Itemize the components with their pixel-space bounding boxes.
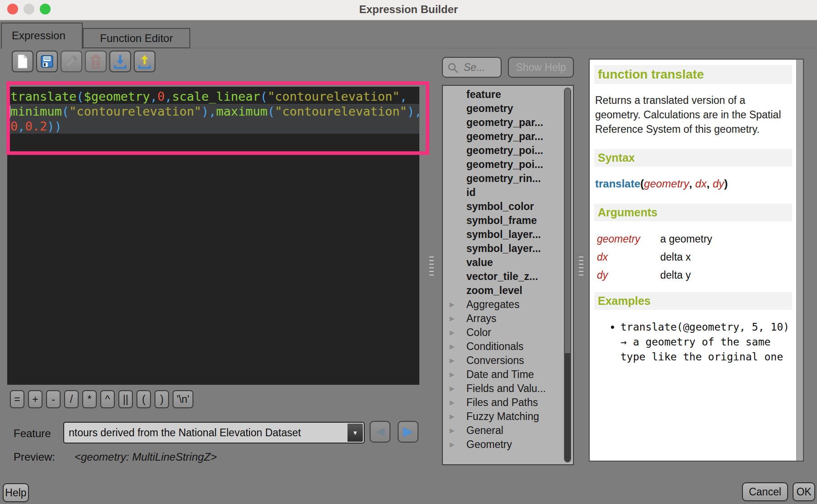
- operator-button[interactable]: (: [136, 390, 151, 408]
- expression-editor[interactable]: translate($geometry,0,scale_linear("cont…: [7, 87, 419, 385]
- tree-group[interactable]: ▶Conditionals: [443, 340, 573, 354]
- new-file-icon: [14, 53, 31, 70]
- tree-item[interactable]: geometry_poi...: [443, 158, 573, 172]
- ok-button[interactable]: OK: [793, 482, 815, 501]
- operator-button[interactable]: ): [155, 390, 169, 408]
- code-line: minimum("contourelevation"),maximum("con…: [7, 104, 419, 119]
- expander-icon[interactable]: ▶: [450, 312, 455, 326]
- argument-row: dydelta y: [597, 269, 791, 281]
- function-tree: featuregeometrygeometry_par...geometry_p…: [442, 85, 574, 465]
- tree-item[interactable]: symbol_color: [443, 200, 573, 214]
- argument-row: dxdelta x: [597, 251, 791, 263]
- function-help-panel: function translate Returns a translated …: [589, 59, 804, 462]
- feature-combobox[interactable]: ntours derived from the National Elevati…: [63, 422, 365, 443]
- examples-header: Examples: [594, 292, 792, 310]
- tree-item[interactable]: id: [443, 186, 573, 200]
- tree-item[interactable]: geometry_par...: [443, 116, 573, 130]
- tree-item[interactable]: geometry_poi...: [443, 144, 573, 158]
- export-expressions-button[interactable]: [134, 51, 155, 72]
- code-line: 0,0.2)): [7, 119, 419, 134]
- tree-group[interactable]: ▶Color: [443, 326, 573, 340]
- feature-combobox-value: ntours derived from the National Elevati…: [69, 423, 346, 443]
- expander-icon[interactable]: ▶: [450, 396, 455, 410]
- tree-group[interactable]: ▶Fuzzy Matching: [443, 410, 573, 424]
- help-scrollbar[interactable]: [796, 60, 803, 461]
- tree-group[interactable]: ▶Date and Time: [443, 368, 573, 382]
- tree-item[interactable]: vector_tile_z...: [443, 270, 573, 284]
- tree-item[interactable]: geometry: [443, 102, 573, 116]
- operator-button[interactable]: /: [64, 390, 79, 408]
- tab-function-editor[interactable]: Function Editor: [83, 28, 190, 48]
- trash-icon: [87, 53, 104, 70]
- tree-group[interactable]: ▶General: [443, 424, 573, 438]
- preview-value: <geometry: MultiLineStringZ>: [75, 451, 217, 463]
- preview-label: Preview:: [14, 451, 55, 463]
- tree-item[interactable]: geometry_par...: [443, 130, 573, 144]
- tree-item[interactable]: symbol_layer...: [443, 242, 573, 256]
- cancel-button[interactable]: Cancel: [742, 482, 788, 501]
- expander-icon[interactable]: ▶: [450, 354, 455, 368]
- arguments-table: geometrya geometrydxdelta xdydelta y: [597, 233, 791, 281]
- import-icon: [112, 53, 129, 70]
- arguments-header: Arguments: [594, 204, 792, 221]
- operator-button[interactable]: =: [10, 390, 24, 408]
- new-expression-button[interactable]: [12, 51, 33, 72]
- tree-group[interactable]: ▶Arrays: [443, 312, 573, 326]
- expander-icon[interactable]: ▶: [450, 326, 455, 340]
- tree-group[interactable]: ▶Conversions: [443, 354, 573, 368]
- export-icon: [136, 53, 153, 70]
- tab-expression[interactable]: Expression: [1, 23, 83, 49]
- expander-icon[interactable]: ▶: [450, 368, 455, 382]
- feature-label: Feature: [14, 427, 51, 440]
- examples-list: translate(@geometry, 5, 10) → a geometry…: [594, 320, 792, 364]
- operator-button[interactable]: '\n': [173, 390, 193, 408]
- help-description: Returns a translated version of a geomet…: [595, 93, 791, 136]
- tree-item[interactable]: symbol_frame: [443, 214, 573, 228]
- expander-icon[interactable]: ▶: [450, 382, 455, 396]
- tree-item[interactable]: value: [443, 256, 573, 270]
- save-expression-button[interactable]: [36, 51, 58, 72]
- window-title: Expression Builder: [0, 0, 817, 20]
- expander-icon[interactable]: ▶: [450, 298, 455, 312]
- operator-button[interactable]: ||: [118, 390, 133, 408]
- splitter-grip-icon[interactable]: [579, 257, 583, 277]
- syntax-header: Syntax: [594, 149, 792, 167]
- combobox-dropdown-icon[interactable]: ▼: [347, 424, 363, 442]
- tree-item[interactable]: symbol_layer...: [443, 228, 573, 242]
- search-icon: [447, 62, 459, 74]
- search-placeholder: Se...: [464, 58, 485, 77]
- operator-button[interactable]: *: [82, 390, 97, 408]
- tree-item[interactable]: zoom_level: [443, 284, 573, 298]
- import-expressions-button[interactable]: [109, 51, 131, 72]
- operator-button[interactable]: +: [28, 390, 42, 408]
- tree-item[interactable]: geometry_rin...: [443, 172, 573, 186]
- next-feature-button[interactable]: ▶: [398, 421, 418, 443]
- save-icon: [38, 53, 56, 70]
- operator-button[interactable]: -: [46, 390, 61, 408]
- syntax-signature: translate(geometry, dx, dy): [595, 177, 791, 190]
- tree-group[interactable]: ▶Fields and Valu...: [443, 382, 573, 396]
- argument-row: geometrya geometry: [597, 233, 791, 245]
- expression-builder-dialog: Expression Builder Expression Function E…: [0, 0, 817, 504]
- show-help-button[interactable]: Show Help: [508, 57, 574, 78]
- code-line: translate($geometry,0,scale_linear("cont…: [7, 89, 419, 104]
- help-button[interactable]: Help: [3, 483, 29, 502]
- expander-icon[interactable]: ▶: [450, 410, 455, 424]
- example-item: translate(@geometry, 5, 10) → a geometry…: [620, 320, 792, 364]
- tab-divider: [190, 48, 817, 48]
- title-bar: Expression Builder: [0, 0, 817, 20]
- splitter-grip-icon[interactable]: [429, 257, 434, 277]
- search-input[interactable]: Se...: [442, 57, 502, 78]
- tree-group[interactable]: ▶Geometry: [443, 438, 573, 452]
- pencil-icon: [63, 53, 80, 70]
- expander-icon[interactable]: ▶: [450, 438, 455, 452]
- delete-expression-button[interactable]: [85, 51, 107, 72]
- expander-icon[interactable]: ▶: [450, 340, 455, 354]
- expander-icon[interactable]: ▶: [450, 424, 455, 438]
- previous-feature-button[interactable]: ◀: [370, 421, 390, 443]
- operator-button[interactable]: ^: [100, 390, 115, 408]
- tree-item[interactable]: feature: [443, 88, 573, 102]
- tree-group[interactable]: ▶Files and Paths: [443, 396, 573, 410]
- tree-group[interactable]: ▶Aggregates: [443, 298, 573, 312]
- edit-expression-button[interactable]: [61, 51, 82, 72]
